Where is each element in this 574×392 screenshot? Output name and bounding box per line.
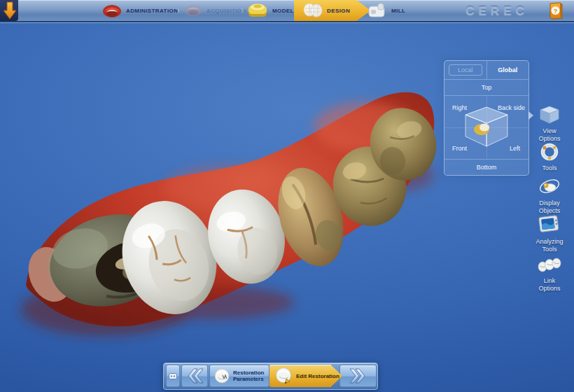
acquisition-camera-icon	[183, 2, 203, 19]
ring-tools-icon	[539, 142, 560, 162]
next-step-button[interactable]	[340, 365, 377, 387]
tab-mill[interactable]: MILL	[367, 0, 405, 21]
orientation-cube[interactable]	[461, 104, 512, 152]
view-cube-area: Right Back side Front Left	[444, 96, 528, 160]
sidebar-item-analyzing-tools[interactable]: Analyzing Tools	[526, 214, 573, 253]
orange-down-arrow-icon[interactable]	[3, 1, 17, 20]
double-chevron-left-icon	[186, 368, 204, 384]
cube-icon	[539, 105, 560, 125]
mini-panel-icon	[169, 373, 177, 379]
sidebar-label: Link Options	[526, 277, 573, 293]
teeth-chain-icon	[537, 256, 562, 274]
tab-separator: ›	[176, 4, 180, 15]
model-3d-viewport[interactable]	[0, 0, 574, 392]
tooth-parameters-icon	[214, 368, 230, 384]
view-top-button[interactable]: Top	[444, 80, 528, 96]
tab-model[interactable]: MODEL	[246, 0, 294, 21]
tab-administration-label: ADMINISTRATION	[126, 8, 178, 14]
sidebar-item-link-options[interactable]: Link Options	[526, 256, 573, 293]
cerec-app-window: ADMINISTRATION › ACQUISITION › MODEL	[0, 0, 574, 392]
step-label: Edit Restoration	[296, 373, 340, 379]
cerec-logo: CEREC	[462, 4, 532, 19]
denture-icon	[102, 1, 122, 20]
mill-machine-icon	[367, 1, 388, 20]
top-navigation-bar: ADMINISTRATION › ACQUISITION › MODEL	[0, 0, 574, 22]
local-mode-label: Local	[449, 64, 482, 76]
sidebar-label: Analyzing Tools	[526, 238, 573, 253]
sidebar-item-tools[interactable]: Tools	[526, 142, 573, 172]
tooth-orbit-icon	[538, 174, 561, 197]
view-orientation-panel: Local Global Top Right Back side Front L…	[444, 60, 529, 176]
tab-design-label: DESIGN	[327, 8, 350, 14]
view-bottom-button[interactable]: Bottom	[444, 160, 528, 175]
workflow-step-bar: Restoration Parameters Edit Restoration	[163, 363, 378, 390]
topbar-highlight-line	[0, 22, 574, 23]
panel-toggle-button[interactable]	[166, 365, 180, 387]
step-label: Restoration Parameters	[233, 370, 264, 382]
tab-administration[interactable]: ADMINISTRATION	[102, 0, 178, 21]
svg-text:?: ?	[554, 8, 558, 15]
step-edit-restoration[interactable]: Edit Restoration	[270, 365, 342, 387]
global-mode-label: Global	[498, 66, 517, 74]
step-restoration-parameters[interactable]: Restoration Parameters	[209, 365, 270, 387]
tab-mill-label: MILL	[391, 8, 405, 14]
sidebar-label: Display Objects	[526, 200, 573, 215]
tab-separator: ›	[241, 4, 244, 15]
help-book-icon[interactable]: ?	[547, 1, 566, 20]
sidebar-item-display-objects[interactable]: Display Objects	[526, 174, 573, 215]
sidebar-label: Tools	[526, 164, 573, 172]
view-bottom-label: Bottom	[477, 164, 497, 171]
double-chevron-right-icon	[349, 368, 368, 384]
tooth-pencil-icon	[275, 367, 293, 385]
tab-acquisition: ACQUISITION	[183, 0, 246, 21]
model-die-icon	[246, 1, 269, 20]
previous-step-button[interactable]	[181, 365, 208, 387]
global-mode-button[interactable]: Global	[487, 61, 529, 79]
sidebar-label: View Options	[526, 127, 573, 143]
view-top-label: Top	[482, 84, 492, 91]
local-mode-button[interactable]: Local	[444, 61, 487, 79]
tab-model-label: MODEL	[272, 8, 294, 14]
sidebar-item-view-options[interactable]: View Options	[526, 105, 573, 143]
monitor-icon	[538, 214, 561, 235]
design-wireframe-icon	[302, 1, 323, 20]
tab-design[interactable]: DESIGN	[294, 0, 371, 21]
